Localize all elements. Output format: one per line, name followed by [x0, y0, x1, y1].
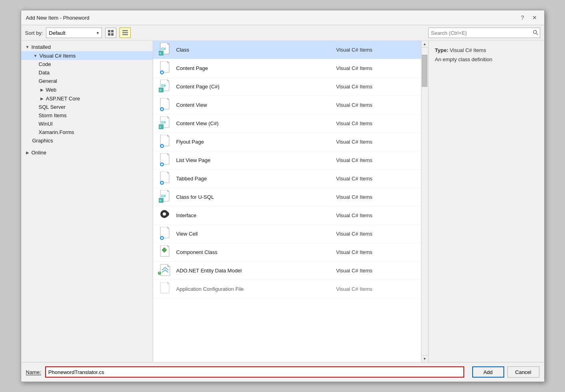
list-area: C# ≡ Class Visual C# Items — [153, 41, 421, 362]
component-class-icon — [158, 245, 172, 260]
item-name-flyout-page: Flyout Page — [176, 139, 336, 145]
svg-rect-6 — [122, 34, 128, 35]
sidebar-general-label: General — [39, 78, 57, 84]
sidebar-winui-label: WinUI — [39, 121, 53, 127]
svg-text:≡: ≡ — [160, 52, 162, 55]
sidebar-xamarin-label: Xamarin.Forms — [39, 129, 74, 135]
search-box — [428, 28, 540, 38]
scroll-down-button[interactable]: ▼ — [421, 355, 428, 362]
list-item[interactable]: Interface Visual C# Items — [153, 206, 421, 225]
sidebar-sql-label: SQL Server — [39, 104, 66, 110]
item-category-content-page: Visual C# Items — [336, 65, 416, 71]
list-view-button[interactable] — [120, 28, 131, 38]
content-page-csharp-icon: C# ≡ — [158, 80, 172, 94]
svg-text:C#: C# — [161, 84, 166, 88]
svg-marker-54 — [168, 227, 169, 228]
item-name-usql-class: Class for U-SQL — [176, 194, 336, 200]
sidebar-data-label: Data — [39, 70, 50, 76]
sidebar-item-general[interactable]: General — [21, 77, 153, 85]
svg-point-36 — [161, 145, 163, 147]
item-category-interface: Visual C# Items — [336, 212, 416, 218]
ado-net-icon — [158, 264, 172, 278]
close-button[interactable]: ✕ — [530, 14, 539, 22]
cancel-button[interactable]: Cancel — [507, 366, 539, 378]
list-item[interactable]: C# ≡ Class Visual C# Items — [153, 41, 421, 59]
svg-marker-64 — [168, 282, 169, 284]
sidebar-online-label: Online — [32, 150, 47, 156]
list-item[interactable]: Tabbed Page Visual C# Items — [153, 170, 421, 188]
bottom-buttons: Add Cancel — [472, 366, 539, 378]
sidebar-item-online[interactable]: ▶ Online — [21, 148, 153, 157]
list-scrollbar[interactable]: ▲ ▼ — [421, 41, 428, 362]
add-button[interactable]: Add — [472, 366, 504, 378]
name-label: Name: — [26, 369, 41, 375]
svg-point-56 — [161, 237, 163, 239]
list-item[interactable]: C# ≡ Content View (C#) Visual C# Items — [153, 114, 421, 133]
sidebar-item-aspnet[interactable]: ▶ ASP.NET Core — [21, 94, 153, 103]
type-label: Type: — [435, 47, 449, 53]
title-bar: Add New Item - Phoneword ? ✕ — [21, 10, 544, 25]
svg-marker-34 — [168, 135, 169, 136]
sidebar-item-visual-csharp[interactable]: ▼ Visual C# Items — [21, 51, 153, 60]
item-category-view-cell: Visual C# Items — [336, 231, 416, 237]
view-cell-icon — [158, 227, 172, 241]
list-item[interactable]: List View Page Visual C# Items — [153, 151, 421, 170]
sidebar-item-winui[interactable]: WinUI — [21, 120, 153, 128]
sidebar-item-code[interactable]: Code — [21, 60, 153, 68]
list-item[interactable]: Content Page Visual C# Items — [153, 59, 421, 78]
sidebar-item-web[interactable]: ▶ Web — [21, 85, 153, 94]
config-icon — [158, 282, 172, 296]
toolbar: Sort by: Default Name Category ▼ — [21, 25, 544, 41]
svg-marker-20 — [168, 80, 169, 81]
name-input[interactable] — [45, 366, 464, 378]
svg-rect-1 — [111, 30, 114, 32]
list-item[interactable]: Flyout Page Visual C# Items — [153, 133, 421, 151]
list-item[interactable]: View Cell Visual C# Items — [153, 225, 421, 243]
sidebar-storm-label: Storm Items — [39, 112, 67, 118]
search-input[interactable] — [429, 29, 531, 37]
class-icon: C# ≡ — [158, 43, 172, 57]
item-category-content-view: Visual C# Items — [336, 102, 416, 108]
svg-point-18 — [161, 71, 163, 73]
svg-rect-0 — [108, 30, 110, 32]
item-name-component-class: Component Class — [176, 249, 336, 255]
item-name-tabbed-page: Tabbed Page — [176, 176, 336, 182]
sidebar-web-label: Web — [46, 87, 57, 93]
type-value: Visual C# Items — [450, 47, 486, 53]
list-item[interactable]: C# ≡ Content Page (C#) Visual C# Items — [153, 78, 421, 96]
expand-icon: ▼ — [24, 44, 31, 50]
scroll-up-button[interactable]: ▲ — [421, 41, 428, 48]
dialog-title: Add New Item - Phoneword — [26, 15, 90, 21]
sidebar-item-xamarin[interactable]: Xamarin.Forms — [21, 128, 153, 136]
sidebar-item-installed[interactable]: ▼ Installed — [21, 42, 153, 51]
item-name-config: Application Configuration File — [176, 286, 336, 292]
sort-label: Sort by: — [25, 30, 43, 36]
grid-view-button[interactable] — [105, 28, 116, 38]
item-category-config: Visual C# Items — [336, 286, 416, 292]
sidebar-item-data[interactable]: Data — [21, 68, 153, 77]
list-item[interactable]: Component Class Visual C# Items — [153, 243, 421, 262]
sidebar-item-graphics[interactable]: Graphics — [21, 136, 153, 145]
content-page-icon — [158, 61, 172, 76]
svg-text:C#: C# — [161, 194, 166, 198]
expand-icon-web: ▶ — [39, 86, 45, 93]
help-button[interactable]: ? — [519, 14, 527, 22]
item-category-component-class: Visual C# Items — [336, 249, 416, 255]
list-item[interactable]: C# ≡ Class for U-SQL Visual C# Items — [153, 188, 421, 206]
item-name-content-page-csharp: Content Page (C#) — [176, 84, 336, 90]
content-view-icon — [158, 98, 172, 112]
list-item[interactable]: Application Configuration File Visual C#… — [153, 280, 421, 298]
search-button[interactable] — [531, 29, 540, 37]
item-category-flyout-page: Visual C# Items — [336, 139, 416, 145]
sort-select[interactable]: Default Name Category — [46, 28, 102, 38]
list-item[interactable]: ADO.NET Entity Data Model Visual C# Item… — [153, 262, 421, 280]
sidebar-item-storm[interactable]: Storm Items — [21, 111, 153, 120]
sidebar-item-sqlserver[interactable]: SQL Server — [21, 103, 153, 111]
scrollbar-thumb[interactable] — [422, 55, 427, 87]
item-category-content-view-csharp: Visual C# Items — [336, 120, 416, 126]
svg-point-7 — [533, 30, 537, 34]
item-category-ado-net: Visual C# Items — [336, 268, 416, 274]
interface-icon — [158, 208, 172, 223]
list-item[interactable]: Content View Visual C# Items — [153, 96, 421, 114]
svg-point-52 — [163, 212, 166, 216]
